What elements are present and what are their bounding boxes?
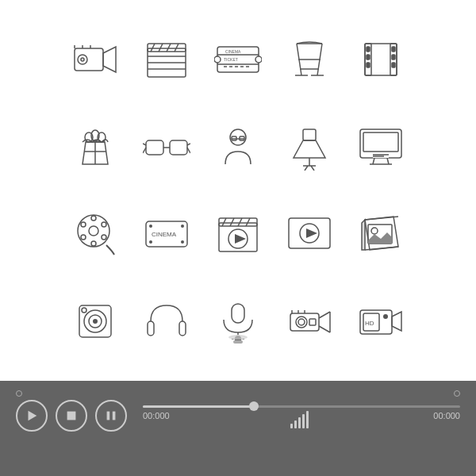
progress-fill xyxy=(143,405,254,408)
svg-text:CINEMA: CINEMA xyxy=(225,49,241,54)
svg-line-67 xyxy=(311,166,314,171)
svg-rect-50 xyxy=(146,140,163,155)
svg-line-94 xyxy=(238,218,242,226)
controls-row: 00:000 00:000 xyxy=(16,400,460,432)
video-player-icon xyxy=(278,202,341,266)
svg-text:TICKET: TICKET xyxy=(224,57,238,62)
svg-rect-42 xyxy=(392,55,395,60)
projector-icon xyxy=(278,290,341,353)
svg-rect-122 xyxy=(309,319,316,325)
svg-point-82 xyxy=(81,235,86,240)
svg-line-93 xyxy=(230,218,234,226)
svg-point-86 xyxy=(149,225,152,228)
svg-line-15 xyxy=(175,44,178,52)
svg-rect-73 xyxy=(373,153,389,158)
svg-point-2 xyxy=(78,55,87,64)
svg-line-13 xyxy=(159,44,163,52)
person-glasses-icon xyxy=(206,115,270,178)
svg-point-77 xyxy=(89,226,98,236)
progress-area[interactable]: 00:000 00:000 xyxy=(143,404,460,428)
time-total: 00:000 xyxy=(433,411,460,428)
svg-point-81 xyxy=(91,241,96,246)
speaker-icon xyxy=(63,290,127,353)
time-current: 00:000 xyxy=(143,411,170,428)
pause-button[interactable] xyxy=(95,400,127,432)
svg-rect-110 xyxy=(148,321,154,336)
svg-rect-118 xyxy=(233,340,243,344)
svg-line-71 xyxy=(387,158,389,164)
svg-rect-136 xyxy=(107,412,110,420)
volume-bars xyxy=(290,411,309,428)
svg-line-124 xyxy=(319,326,330,332)
svg-rect-137 xyxy=(113,412,116,420)
3d-glasses-icon xyxy=(135,115,198,178)
svg-point-104 xyxy=(371,228,378,234)
svg-point-57 xyxy=(230,129,246,145)
svg-text:CINEMA: CINEMA xyxy=(152,231,177,238)
svg-line-95 xyxy=(246,218,250,226)
svg-rect-43 xyxy=(392,63,395,67)
play-clapperboard-icon xyxy=(206,202,270,266)
vol-bar-3 xyxy=(298,417,301,428)
svg-rect-111 xyxy=(179,321,186,336)
monitor-screen-icon xyxy=(349,115,413,178)
svg-line-66 xyxy=(305,166,308,171)
svg-marker-97 xyxy=(235,234,246,244)
svg-rect-63 xyxy=(303,129,316,140)
headphones-icon xyxy=(135,290,198,353)
svg-point-79 xyxy=(102,222,106,227)
svg-rect-41 xyxy=(392,47,395,52)
svg-rect-38 xyxy=(367,47,370,52)
svg-point-3 xyxy=(81,58,84,61)
svg-point-76 xyxy=(78,215,109,247)
vol-bar-2 xyxy=(294,420,297,428)
svg-marker-134 xyxy=(29,411,37,421)
svg-point-88 xyxy=(149,240,152,244)
svg-point-80 xyxy=(102,235,106,240)
spotlight-icon xyxy=(278,115,341,178)
cinema-ticket-icon: CINEMA TICKET xyxy=(206,28,270,91)
svg-rect-69 xyxy=(363,132,398,152)
svg-point-121 xyxy=(298,319,305,325)
svg-point-19 xyxy=(214,56,221,63)
progress-thumb xyxy=(249,401,259,411)
movie-camera-icon xyxy=(63,28,127,91)
microphone-icon xyxy=(206,290,270,353)
directors-chair-icon xyxy=(278,28,341,91)
stop-button[interactable] xyxy=(56,400,87,432)
svg-line-92 xyxy=(222,218,226,226)
svg-marker-100 xyxy=(306,228,317,238)
film-strip-icon xyxy=(349,28,413,91)
vol-bar-5 xyxy=(306,411,309,428)
svg-marker-130 xyxy=(392,312,401,331)
svg-point-83 xyxy=(81,222,86,227)
icon-area: CINEMA TICKET xyxy=(0,0,476,381)
svg-line-14 xyxy=(167,44,171,52)
svg-point-108 xyxy=(93,319,98,324)
film-reel-icon xyxy=(63,202,127,266)
svg-rect-51 xyxy=(170,140,187,155)
svg-line-70 xyxy=(373,158,374,164)
player-bar: 00:000 00:000 xyxy=(0,381,476,476)
player-top xyxy=(16,390,460,397)
svg-point-87 xyxy=(181,225,184,228)
svg-rect-112 xyxy=(232,304,244,323)
icon-grid: CINEMA TICKET xyxy=(60,4,416,377)
svg-point-78 xyxy=(91,216,96,221)
photo-card-icon xyxy=(349,202,413,266)
player-dot-right xyxy=(454,390,460,397)
time-row: 00:000 00:000 xyxy=(143,411,460,428)
svg-text:HD: HD xyxy=(365,320,374,327)
svg-rect-0 xyxy=(75,48,103,71)
progress-track[interactable] xyxy=(143,405,460,408)
svg-marker-1 xyxy=(103,47,116,72)
svg-point-109 xyxy=(82,308,86,313)
svg-point-20 xyxy=(255,56,262,63)
cinema-sign-icon: CINEMA xyxy=(135,202,198,266)
clapperboard-icon xyxy=(135,28,198,91)
player-right xyxy=(290,411,313,428)
svg-line-123 xyxy=(319,312,330,318)
player-dot-left xyxy=(16,390,22,397)
play-button[interactable] xyxy=(16,400,48,432)
svg-rect-40 xyxy=(367,63,370,67)
